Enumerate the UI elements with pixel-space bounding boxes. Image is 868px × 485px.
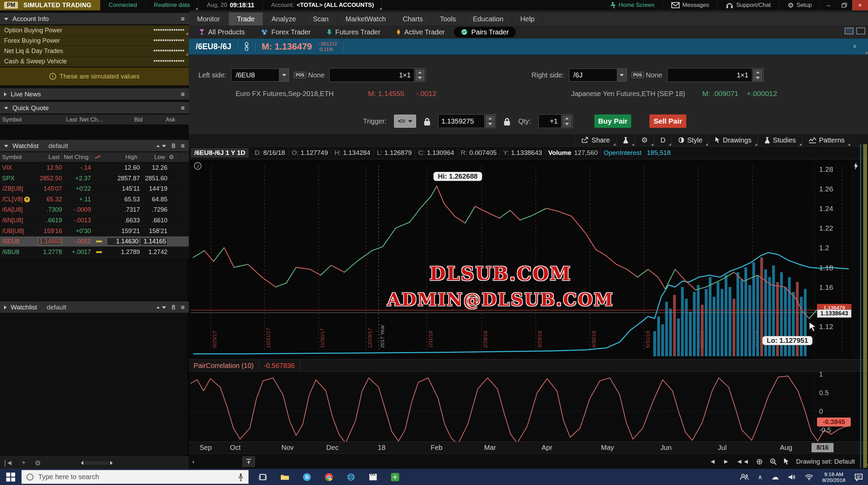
subtab-pairs-trader[interactable]: Pairs Trader [454, 27, 516, 38]
pair-symbol[interactable]: /6EU8-/6J [196, 42, 231, 51]
collapse-icon[interactable] [4, 107, 8, 109]
watchlist-name-dropdown[interactable]: default [46, 304, 66, 311]
sort-down-icon[interactable] [162, 306, 166, 309]
tab-trade[interactable]: Trade [229, 12, 264, 25]
support-chat-button[interactable]: Support/Chat [717, 0, 779, 10]
first-page-icon[interactable]: |◄ [4, 459, 13, 467]
right-symbol-select[interactable]: /6J [569, 68, 627, 82]
decrement-icon[interactable] [486, 122, 494, 127]
add-icon[interactable]: + [22, 459, 26, 467]
lock-icon[interactable] [504, 117, 510, 125]
taskbar-clock[interactable]: 9:18 AM 8/20/2018 [822, 471, 845, 483]
decrement-icon[interactable] [754, 76, 762, 81]
column-header[interactable] [91, 155, 107, 159]
watchlist-tools[interactable]: 8 ≡ [156, 142, 185, 150]
account-info-row[interactable]: Forex Buying Power************** [0, 36, 189, 46]
link-chain-icon[interactable] [244, 42, 249, 51]
tab-monitor[interactable]: Monitor [189, 12, 229, 25]
watchlist-name-dropdown[interactable]: default [48, 142, 68, 150]
chart-edit-icon[interactable] [854, 161, 858, 170]
spinner[interactable] [752, 68, 763, 82]
subtab-futures-trader[interactable]: Futures Trader [320, 27, 388, 38]
toolbar-drawings[interactable]: Drawings [709, 134, 757, 146]
fast-pan-icon[interactable]: ◄◄ [736, 458, 749, 465]
decrement-icon[interactable] [416, 76, 424, 81]
thinkorswim-button[interactable] [387, 469, 403, 485]
study-label[interactable]: PairCorrelation (10) [189, 360, 259, 371]
tab-help[interactable]: Help [512, 12, 543, 25]
people-icon[interactable] [740, 474, 749, 481]
scroll-left-icon[interactable] [81, 461, 83, 465]
spinner[interactable] [561, 115, 572, 128]
tab-charts[interactable]: Charts [394, 12, 432, 25]
column-header[interactable]: Last [38, 154, 62, 161]
menu-icon[interactable]: ≡ [853, 43, 861, 50]
column-header[interactable]: Low [140, 154, 167, 161]
toolbar-style[interactable]: Style [672, 134, 709, 146]
spinner[interactable] [414, 68, 425, 82]
gear-icon[interactable]: ⚙ [169, 154, 176, 161]
watchlist2-header[interactable]: Watchlist default 8 ≡ [0, 302, 189, 313]
split-window-icon[interactable] [845, 28, 854, 34]
left-ratio-input[interactable]: 1×1 [329, 68, 426, 82]
watchlist-tools[interactable]: 8 ≡ [156, 304, 185, 311]
trigger-operator-select[interactable]: <= [394, 115, 416, 128]
data-mode[interactable]: Realtime data [146, 0, 199, 10]
speaker-icon[interactable] [788, 474, 796, 481]
wifi-icon[interactable] [805, 474, 813, 480]
subtab-active-trader[interactable]: Active Trader [390, 27, 452, 38]
sell-pair-button[interactable]: Sell Pair [649, 114, 686, 128]
chevron-down-icon[interactable] [617, 69, 627, 81]
tab-analyze[interactable]: Analyze [263, 12, 304, 25]
expand-icon[interactable] [4, 92, 7, 96]
close-button[interactable]: × [852, 0, 868, 10]
toolbar-patterns[interactable]: Patterns [802, 134, 851, 146]
minimize-button[interactable]: – [820, 0, 836, 10]
increment-icon[interactable] [754, 70, 762, 75]
chevron-up-icon[interactable]: ∧ [758, 473, 762, 481]
sort-down-icon[interactable] [162, 145, 166, 147]
subtab-all-products[interactable]: All Products [192, 27, 252, 38]
task-view-button[interactable] [255, 469, 271, 485]
left-symbol-select[interactable]: /6EU8 [231, 68, 289, 82]
globe-icon[interactable]: ⊕ [756, 457, 763, 466]
column-header[interactable]: Last [43, 116, 80, 123]
right-ratio-input[interactable]: 1×1 [667, 68, 764, 82]
tab-marketwatch[interactable]: MarketWatch [337, 12, 394, 25]
setup-button[interactable]: ⚙Setup [779, 0, 820, 10]
onedrive-cloud-icon[interactable]: ☁ [771, 473, 779, 482]
account-info-header[interactable]: Account Info ≡ [0, 13, 189, 25]
qty-input[interactable]: +1 [538, 114, 573, 128]
increment-icon[interactable] [486, 116, 494, 121]
expand-icon[interactable] [4, 305, 7, 309]
column-header[interactable]: Symbol [2, 154, 38, 161]
sort-up-icon[interactable] [156, 145, 160, 147]
drawing-set-selector[interactable]: Drawing set: Default [796, 458, 860, 465]
quick-quote-header[interactable]: Quick Quote ≡ [0, 102, 189, 114]
watchlist-row[interactable]: /6EU81.14555-.00121.146301.14165 [0, 236, 189, 247]
file-explorer-button[interactable] [277, 469, 293, 485]
maximize-button[interactable] [836, 0, 852, 10]
scroll-right-icon[interactable] [110, 461, 113, 465]
window-icon[interactable] [856, 28, 865, 34]
toolbar-d[interactable]: D [654, 134, 672, 146]
mic-icon[interactable] [238, 473, 244, 481]
menu-icon[interactable]: ≡ [181, 304, 185, 311]
chart-symbol-timeframe[interactable]: /6EU8-/6J 1 Y 1D [191, 148, 249, 158]
watchlist-row[interactable]: SPX2852.50+2.372857.872851.60 [0, 173, 189, 184]
watchlist-row[interactable]: /6BU81.2778+.00171.27891.2742 [0, 247, 189, 257]
live-news-header[interactable]: Live News ≡ [0, 88, 189, 100]
menu-icon[interactable]: ≡ [181, 15, 185, 23]
spinner[interactable] [484, 115, 496, 128]
watchlist-row[interactable]: VIX12.50-.1412.6012.26 [0, 163, 189, 173]
column-header[interactable]: Bid [112, 116, 145, 123]
taskbar-search-input[interactable]: Type here to search [21, 470, 249, 484]
main-chart-plot[interactable]: 9/29/1710/31/1711/30/1712/29/172017 Year… [190, 159, 851, 358]
scroll-left-icon[interactable]: ‹ [189, 458, 194, 465]
menu-icon[interactable]: ≡ [181, 142, 185, 150]
toolbar-gear-button[interactable]: ⚙ [635, 134, 654, 146]
account-selector[interactable]: Account: <TOTAL> (ALL ACCOUNTS) [263, 0, 382, 10]
increment-icon[interactable] [563, 116, 571, 121]
pan-left-icon[interactable]: ◄ [710, 458, 716, 465]
chevron-down-icon[interactable] [279, 69, 289, 81]
